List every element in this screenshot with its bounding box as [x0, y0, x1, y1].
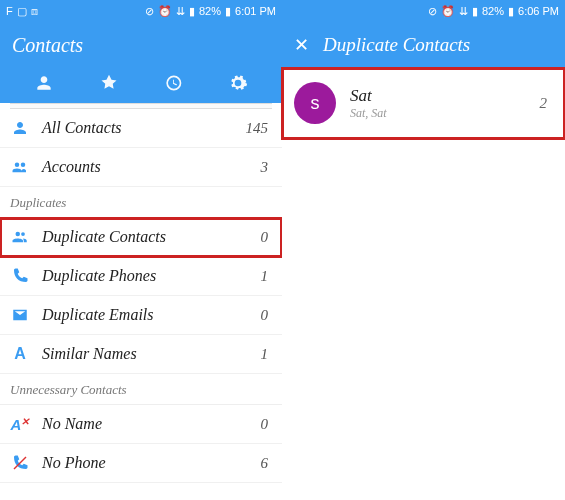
list-item-count: 0 — [261, 416, 273, 433]
item-all-contacts[interactable]: All Contacts 145 — [0, 109, 282, 148]
contact-info: Sat Sat, Sat — [350, 86, 526, 121]
list-item-count: 1 — [261, 268, 273, 285]
list-item-label: Accounts — [42, 158, 249, 176]
detail-header: ✕ Duplicate Contacts — [282, 22, 565, 68]
list-item-label: Duplicate Phones — [42, 267, 249, 285]
main-list: All Contacts 145 Accounts 3 Duplicates D… — [0, 109, 282, 483]
item-accounts[interactable]: Accounts 3 — [0, 148, 282, 187]
item-duplicate-contacts[interactable]: Duplicate Contacts 0 — [0, 218, 282, 257]
alarm-icon: ⏰ — [158, 5, 172, 18]
tab-settings-icon[interactable] — [228, 73, 248, 93]
list-item-label: All Contacts — [42, 119, 234, 137]
svg-point-1 — [21, 163, 26, 168]
battery-icon: ▮ — [508, 5, 514, 18]
duplicate-contacts-screen: ⊘ ⏰ ⇊ ▮ 82% ▮ 6:06 PM ✕ Duplicate Contac… — [282, 0, 565, 500]
flipboard-icon: F — [6, 5, 13, 17]
list-item-label: No Name — [42, 415, 249, 433]
list-item-count: 3 — [261, 159, 273, 176]
duplicate-contact-row[interactable]: s Sat Sat, Sat 2 — [282, 68, 565, 139]
section-duplicates: Duplicates — [0, 187, 282, 218]
square-icon: ▢ — [17, 5, 27, 18]
duplicate-count: 2 — [540, 95, 554, 112]
status-bar-right: ⊘ ⏰ ⇊ ▮ 82% ▮ 6:06 PM — [282, 0, 565, 22]
tab-badge-icon[interactable] — [99, 73, 119, 93]
list-item-label: Similar Names — [42, 345, 249, 363]
list-item-label: No Phone — [42, 454, 249, 472]
email-icon — [10, 306, 30, 324]
app-header: Contacts — [0, 22, 282, 103]
tab-history-icon[interactable] — [163, 73, 183, 93]
battery-pct: 82% — [199, 5, 221, 17]
svg-point-2 — [16, 232, 21, 237]
contact-subtitle: Sat, Sat — [350, 106, 526, 121]
no-name-icon: A✕ — [10, 416, 30, 433]
item-duplicate-emails[interactable]: Duplicate Emails 0 — [0, 296, 282, 335]
close-icon[interactable]: ✕ — [294, 34, 309, 56]
list-item-count: 0 — [261, 229, 273, 246]
wifi-icon: ⇊ — [176, 5, 185, 18]
list-item-label: Duplicate Contacts — [42, 228, 249, 246]
page-title: Contacts — [12, 30, 270, 67]
item-no-phone[interactable]: No Phone 6 — [0, 444, 282, 483]
detail-title: Duplicate Contacts — [323, 34, 470, 56]
list-item-count: 1 — [261, 346, 273, 363]
svg-point-3 — [21, 232, 25, 236]
clock: 6:01 PM — [235, 5, 276, 17]
alarm-icon: ⏰ — [441, 5, 455, 18]
status-bar-left: F ▢ ⧈ ⊘ ⏰ ⇊ ▮ 82% ▮ 6:01 PM — [0, 0, 282, 22]
wifi-icon: ⇊ — [459, 5, 468, 18]
battery-pct: 82% — [482, 5, 504, 17]
clock: 6:06 PM — [518, 5, 559, 17]
signal-icon: ▮ — [189, 5, 195, 18]
list-item-count: 6 — [261, 455, 273, 472]
battery-icon: ▮ — [225, 5, 231, 18]
person-icon — [10, 119, 30, 137]
accounts-icon — [10, 158, 30, 176]
list-item-label: Duplicate Emails — [42, 306, 249, 324]
avatar: s — [294, 82, 336, 124]
mute-icon: ⊘ — [145, 5, 154, 18]
dropbox-icon: ⧈ — [31, 5, 38, 18]
item-no-name[interactable]: A✕ No Name 0 — [0, 405, 282, 444]
group-icon — [10, 228, 30, 246]
list-item-count: 0 — [261, 307, 273, 324]
item-similar-names[interactable]: A Similar Names 1 — [0, 335, 282, 374]
section-unnecessary: Unnecessary Contacts — [0, 374, 282, 405]
svg-point-0 — [15, 163, 20, 168]
signal-icon: ▮ — [472, 5, 478, 18]
contact-name: Sat — [350, 86, 526, 106]
mute-icon: ⊘ — [428, 5, 437, 18]
no-phone-icon — [10, 454, 30, 472]
item-duplicate-phones[interactable]: Duplicate Phones 1 — [0, 257, 282, 296]
tab-bar — [12, 67, 270, 103]
list-item-count: 145 — [246, 120, 273, 137]
phone-icon — [10, 267, 30, 285]
tab-contacts-icon[interactable] — [34, 73, 54, 93]
letter-a-icon: A — [10, 345, 30, 363]
contacts-screen: F ▢ ⧈ ⊘ ⏰ ⇊ ▮ 82% ▮ 6:01 PM Contacts — [0, 0, 282, 500]
